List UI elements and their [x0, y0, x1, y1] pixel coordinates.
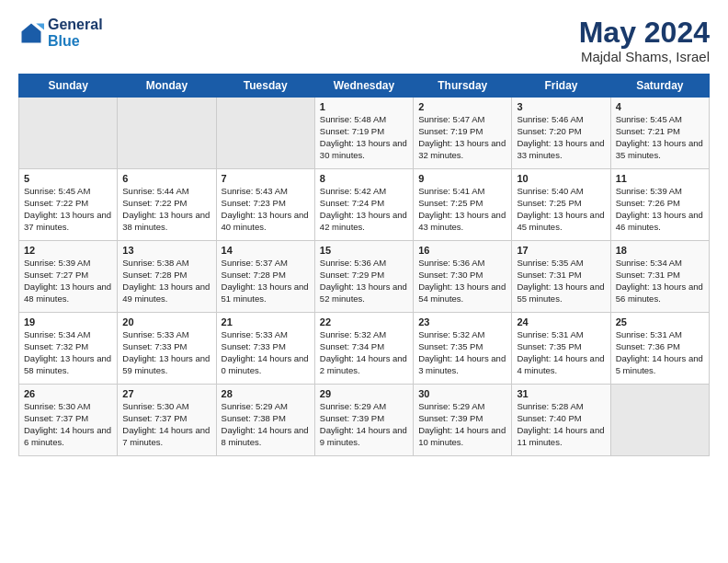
- day-number: 18: [616, 245, 704, 256]
- calendar-table: SundayMondayTuesdayWednesdayThursdayFrid…: [18, 74, 710, 456]
- day-cell: 9Sunrise: 5:41 AMSunset: 7:25 PMDaylight…: [414, 169, 512, 241]
- header: General Blue May 2024 Majdal Shams, Isra…: [18, 17, 710, 64]
- week-row-1: 1Sunrise: 5:48 AMSunset: 7:19 PMDaylight…: [19, 98, 710, 169]
- day-number: 10: [517, 173, 605, 184]
- day-number: 13: [122, 245, 210, 256]
- cell-info: Sunrise: 5:35 AMSunset: 7:31 PMDaylight:…: [517, 258, 605, 304]
- cell-info: Sunrise: 5:31 AMSunset: 7:35 PMDaylight:…: [517, 329, 605, 376]
- day-cell: 30Sunrise: 5:29 AMSunset: 7:39 PMDayligh…: [414, 385, 512, 456]
- location: Majdal Shams, Israel: [579, 49, 710, 64]
- day-number: 1: [320, 101, 408, 112]
- day-cell: 12Sunrise: 5:39 AMSunset: 7:27 PMDayligh…: [19, 241, 118, 313]
- day-number: 19: [24, 316, 112, 327]
- day-number: 8: [320, 173, 408, 184]
- day-cell: 29Sunrise: 5:29 AMSunset: 7:39 PMDayligh…: [314, 385, 413, 456]
- day-number: 3: [517, 101, 605, 112]
- day-cell: [216, 98, 314, 169]
- day-number: 20: [122, 316, 210, 327]
- day-header-monday: Monday: [118, 75, 216, 98]
- day-number: 17: [517, 245, 605, 256]
- cell-info: Sunrise: 5:42 AMSunset: 7:24 PMDaylight:…: [320, 186, 408, 233]
- logo: General Blue: [18, 17, 103, 49]
- day-cell: [19, 98, 118, 169]
- day-number: 16: [418, 245, 506, 256]
- day-cell: 20Sunrise: 5:33 AMSunset: 7:33 PMDayligh…: [118, 313, 216, 385]
- logo-line2: Blue: [48, 33, 103, 50]
- cell-info: Sunrise: 5:37 AMSunset: 7:28 PMDaylight:…: [222, 258, 310, 304]
- cell-info: Sunrise: 5:43 AMSunset: 7:23 PMDaylight:…: [222, 186, 310, 233]
- cell-info: Sunrise: 5:34 AMSunset: 7:32 PMDaylight:…: [24, 329, 112, 376]
- cell-info: Sunrise: 5:32 AMSunset: 7:34 PMDaylight:…: [320, 329, 408, 376]
- cell-info: Sunrise: 5:44 AMSunset: 7:22 PMDaylight:…: [122, 186, 210, 233]
- cell-info: Sunrise: 5:31 AMSunset: 7:36 PMDaylight:…: [616, 329, 704, 376]
- week-row-4: 19Sunrise: 5:34 AMSunset: 7:32 PMDayligh…: [19, 313, 710, 385]
- day-cell: 14Sunrise: 5:37 AMSunset: 7:28 PMDayligh…: [216, 241, 314, 313]
- week-row-3: 12Sunrise: 5:39 AMSunset: 7:27 PMDayligh…: [19, 241, 710, 313]
- cell-info: Sunrise: 5:28 AMSunset: 7:40 PMDaylight:…: [517, 401, 605, 448]
- cell-info: Sunrise: 5:36 AMSunset: 7:29 PMDaylight:…: [320, 258, 408, 304]
- day-header-wednesday: Wednesday: [314, 75, 413, 98]
- cell-info: Sunrise: 5:45 AMSunset: 7:21 PMDaylight:…: [616, 114, 704, 161]
- day-cell: 15Sunrise: 5:36 AMSunset: 7:29 PMDayligh…: [314, 241, 413, 313]
- day-cell: 8Sunrise: 5:42 AMSunset: 7:24 PMDaylight…: [314, 169, 413, 241]
- day-cell: 6Sunrise: 5:44 AMSunset: 7:22 PMDaylight…: [118, 169, 216, 241]
- day-number: 12: [24, 245, 112, 256]
- day-cell: [610, 385, 709, 456]
- day-number: 26: [24, 388, 112, 399]
- day-cell: 5Sunrise: 5:45 AMSunset: 7:22 PMDaylight…: [19, 169, 118, 241]
- cell-info: Sunrise: 5:40 AMSunset: 7:25 PMDaylight:…: [517, 186, 605, 233]
- day-number: 23: [418, 316, 506, 327]
- day-cell: 13Sunrise: 5:38 AMSunset: 7:28 PMDayligh…: [118, 241, 216, 313]
- day-number: 5: [24, 173, 112, 184]
- cell-info: Sunrise: 5:45 AMSunset: 7:22 PMDaylight:…: [24, 186, 112, 233]
- cell-info: Sunrise: 5:29 AMSunset: 7:38 PMDaylight:…: [222, 401, 310, 448]
- cell-info: Sunrise: 5:46 AMSunset: 7:20 PMDaylight:…: [517, 114, 605, 161]
- cell-info: Sunrise: 5:29 AMSunset: 7:39 PMDaylight:…: [418, 401, 506, 448]
- day-cell: 4Sunrise: 5:45 AMSunset: 7:21 PMDaylight…: [610, 98, 709, 169]
- day-cell: 28Sunrise: 5:29 AMSunset: 7:38 PMDayligh…: [216, 385, 314, 456]
- day-cell: 16Sunrise: 5:36 AMSunset: 7:30 PMDayligh…: [414, 241, 512, 313]
- week-row-2: 5Sunrise: 5:45 AMSunset: 7:22 PMDaylight…: [19, 169, 710, 241]
- day-cell: 31Sunrise: 5:28 AMSunset: 7:40 PMDayligh…: [512, 385, 610, 456]
- logo-line1: General: [48, 17, 103, 33]
- day-cell: 7Sunrise: 5:43 AMSunset: 7:23 PMDaylight…: [216, 169, 314, 241]
- day-number: 7: [222, 173, 310, 184]
- day-header-thursday: Thursday: [414, 75, 512, 98]
- cell-info: Sunrise: 5:34 AMSunset: 7:31 PMDaylight:…: [616, 258, 704, 304]
- month-title: May 2024: [579, 17, 710, 49]
- day-number: 25: [616, 316, 704, 327]
- day-cell: 3Sunrise: 5:46 AMSunset: 7:20 PMDaylight…: [512, 98, 610, 169]
- day-number: 31: [517, 388, 605, 399]
- day-cell: 17Sunrise: 5:35 AMSunset: 7:31 PMDayligh…: [512, 241, 610, 313]
- cell-info: Sunrise: 5:32 AMSunset: 7:35 PMDaylight:…: [418, 329, 506, 376]
- day-number: 24: [517, 316, 605, 327]
- day-header-sunday: Sunday: [19, 75, 118, 98]
- day-number: 14: [222, 245, 310, 256]
- cell-info: Sunrise: 5:33 AMSunset: 7:33 PMDaylight:…: [222, 329, 310, 376]
- day-cell: 19Sunrise: 5:34 AMSunset: 7:32 PMDayligh…: [19, 313, 118, 385]
- day-cell: 2Sunrise: 5:47 AMSunset: 7:19 PMDaylight…: [414, 98, 512, 169]
- day-number: 28: [222, 388, 310, 399]
- page: General Blue May 2024 Majdal Shams, Isra…: [0, 0, 728, 563]
- cell-info: Sunrise: 5:36 AMSunset: 7:30 PMDaylight:…: [418, 258, 506, 304]
- cell-info: Sunrise: 5:30 AMSunset: 7:37 PMDaylight:…: [122, 401, 210, 448]
- day-number: 21: [222, 316, 310, 327]
- day-number: 9: [418, 173, 506, 184]
- day-number: 2: [418, 101, 506, 112]
- cell-info: Sunrise: 5:41 AMSunset: 7:25 PMDaylight:…: [418, 186, 506, 233]
- day-number: 22: [320, 316, 408, 327]
- day-number: 6: [122, 173, 210, 184]
- day-number: 29: [320, 388, 408, 399]
- day-cell: 26Sunrise: 5:30 AMSunset: 7:37 PMDayligh…: [19, 385, 118, 456]
- day-cell: 27Sunrise: 5:30 AMSunset: 7:37 PMDayligh…: [118, 385, 216, 456]
- day-header-saturday: Saturday: [610, 75, 709, 98]
- day-number: 27: [122, 388, 210, 399]
- day-cell: 21Sunrise: 5:33 AMSunset: 7:33 PMDayligh…: [216, 313, 314, 385]
- cell-info: Sunrise: 5:38 AMSunset: 7:28 PMDaylight:…: [122, 258, 210, 304]
- day-cell: 18Sunrise: 5:34 AMSunset: 7:31 PMDayligh…: [610, 241, 709, 313]
- svg-marker-0: [22, 23, 41, 42]
- day-cell: 1Sunrise: 5:48 AMSunset: 7:19 PMDaylight…: [314, 98, 413, 169]
- day-cell: 24Sunrise: 5:31 AMSunset: 7:35 PMDayligh…: [512, 313, 610, 385]
- day-cell: 25Sunrise: 5:31 AMSunset: 7:36 PMDayligh…: [610, 313, 709, 385]
- cell-info: Sunrise: 5:33 AMSunset: 7:33 PMDaylight:…: [122, 329, 210, 376]
